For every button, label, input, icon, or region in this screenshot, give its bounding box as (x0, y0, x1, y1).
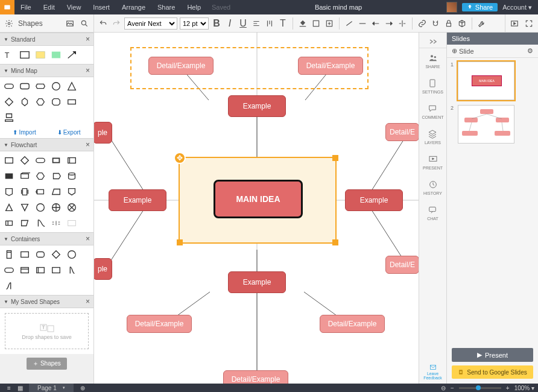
text-size-icon[interactable]: T (277, 18, 288, 29)
shape-fc[interactable] (18, 169, 31, 183)
rail-comment[interactable]: COMMENT (422, 99, 443, 124)
shape-fc[interactable] (34, 185, 47, 198)
list-view-icon[interactable]: ≡ (4, 382, 14, 392)
shape-fc[interactable] (2, 169, 16, 183)
shape-fc[interactable] (18, 217, 31, 230)
line-solid-icon[interactable] (357, 18, 368, 29)
shape-mm8[interactable] (34, 95, 47, 109)
add-page-icon[interactable]: ⊕ (77, 382, 88, 392)
node-example[interactable]: ple (94, 258, 112, 280)
shape-block[interactable] (49, 48, 63, 62)
shape-fc[interactable] (49, 217, 63, 230)
text-vert-icon[interactable] (264, 18, 275, 29)
close-icon[interactable]: × (86, 66, 90, 75)
export-button[interactable]: ⬇ Export (57, 129, 81, 136)
section-containers[interactable]: ▼Containers× (0, 232, 93, 245)
shape-fc[interactable] (2, 185, 16, 198)
lock-icon[interactable] (443, 18, 454, 29)
shape-ct[interactable] (2, 248, 16, 261)
section-flowchart[interactable]: ▼Flowchart× (0, 138, 93, 151)
node-detail[interactable]: Detail/E (385, 123, 419, 141)
shape-ct[interactable] (34, 264, 47, 277)
shape-fc[interactable] (49, 169, 63, 183)
node-detail[interactable]: Detail/E (385, 256, 419, 274)
account-menu[interactable]: Account ▾ (502, 4, 532, 11)
node-example[interactable]: ple (94, 122, 112, 144)
shape-mm2[interactable] (18, 80, 31, 93)
search-icon[interactable] (79, 18, 90, 29)
shape-fc[interactable] (34, 169, 47, 183)
shape-fc[interactable] (34, 154, 47, 167)
grid-view-icon[interactable]: ▦ (14, 382, 25, 392)
font-size-select[interactable]: 12 pt (180, 17, 209, 30)
add-slide-icon[interactable]: ⊕ (452, 47, 457, 55)
slide-settings-icon[interactable]: ⚙ (527, 47, 533, 55)
menu-file[interactable]: File (14, 4, 37, 11)
shape-fc[interactable] (49, 201, 63, 214)
undo-icon[interactable] (98, 18, 109, 29)
rail-history[interactable]: HISTORY (423, 175, 442, 200)
node-example[interactable]: Example (228, 271, 286, 293)
shape-fc[interactable] (2, 154, 16, 167)
italic-icon[interactable]: I (224, 18, 235, 29)
rail-chat[interactable]: CHAT (427, 200, 438, 226)
rail-share[interactable]: SHARE (425, 48, 440, 74)
close-icon[interactable]: × (86, 141, 90, 149)
node-detail[interactable]: Detail/Example (320, 315, 385, 333)
cube-icon[interactable] (457, 18, 467, 29)
document-title[interactable]: Basic mind map (230, 4, 446, 11)
menu-edit[interactable]: Edit (37, 4, 61, 11)
shape-ct[interactable] (65, 264, 78, 277)
node-detail[interactable]: Detail/Example (223, 370, 288, 384)
play-icon[interactable] (509, 18, 520, 29)
arrow-start-icon[interactable] (370, 18, 381, 29)
node-detail[interactable]: Detail/Example (127, 315, 192, 333)
menu-insert[interactable]: Insert (87, 4, 116, 11)
zoom-out-icon[interactable]: ⊖ (441, 385, 446, 391)
fullscreen-icon[interactable] (524, 18, 534, 29)
shape-mm4[interactable] (49, 80, 63, 93)
shape-ct[interactable] (49, 248, 63, 261)
shape-ct[interactable] (18, 264, 31, 277)
node-detail[interactable]: Detail/Example (148, 57, 214, 75)
bold-icon[interactable]: B (211, 18, 222, 29)
slide-thumbnail[interactable] (458, 105, 514, 144)
shape-fc[interactable] (49, 185, 63, 198)
node-detail[interactable]: Detail/Example (298, 57, 363, 75)
shape-rect[interactable] (18, 48, 31, 62)
shape-text[interactable]: T (2, 48, 16, 62)
rail-layers[interactable]: LAYERS (425, 124, 441, 150)
shape-ct[interactable] (2, 279, 16, 292)
move-handle-icon[interactable]: ✥ (174, 152, 186, 164)
section-saved[interactable]: ▼My Saved Shapes× (0, 295, 93, 308)
user-avatar[interactable] (446, 2, 457, 13)
node-example[interactable]: Example (228, 95, 286, 117)
shape-fc[interactable] (2, 201, 16, 214)
link-icon[interactable] (417, 18, 428, 29)
shape-ct[interactable] (18, 248, 31, 261)
section-mindmap[interactable]: ▼Mind Map× (0, 64, 93, 77)
shape-mm1[interactable] (2, 80, 16, 93)
zoom-value[interactable]: 100% ▾ (514, 385, 534, 391)
shape-fc[interactable] (65, 169, 78, 183)
shape-fc[interactable] (2, 217, 16, 230)
arrow-end-icon[interactable] (384, 18, 394, 29)
fill-icon[interactable] (297, 18, 308, 29)
shape-ct[interactable] (34, 248, 47, 261)
shape-mm10[interactable] (65, 95, 78, 109)
shape-fc[interactable] (18, 185, 31, 198)
menu-share[interactable]: Share (151, 4, 181, 11)
gear-icon[interactable] (4, 18, 14, 29)
shape-fc[interactable] (34, 201, 47, 214)
shape-mm6[interactable] (2, 95, 16, 109)
text-align-icon[interactable] (251, 18, 262, 29)
wrench-icon[interactable] (476, 18, 487, 29)
app-logo[interactable] (0, 0, 14, 14)
font-select[interactable]: Avenir Next (124, 17, 177, 30)
rail-settings[interactable]: SETTINGS (422, 74, 443, 99)
shape-fc[interactable] (34, 217, 47, 230)
shape-mm11[interactable] (2, 111, 16, 124)
magnet-icon[interactable] (430, 18, 441, 29)
section-standard[interactable]: ▼Standard× (0, 33, 93, 46)
menu-help[interactable]: Help (181, 4, 207, 11)
